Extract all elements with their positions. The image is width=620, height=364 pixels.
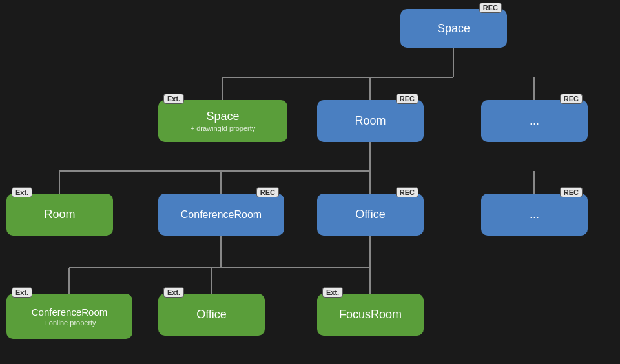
- label-confroom-bot: ConferenceRoom: [32, 307, 108, 318]
- badge-ext-confroom-bot: Ext.: [12, 287, 32, 298]
- label-office-bot: Office: [196, 308, 227, 321]
- label-room-mid: Room: [355, 114, 386, 128]
- badge-ext-room-left: Ext.: [12, 187, 32, 197]
- node-room-left: Ext. Room: [6, 194, 113, 236]
- node-space-mid: Ext. Space + drawingId property: [158, 100, 287, 142]
- label-dots-mid: ...: [530, 114, 539, 128]
- label-office-mid: Office: [355, 208, 386, 221]
- badge-ext-space-mid: Ext.: [163, 94, 184, 104]
- label-space-mid: Space: [206, 110, 239, 123]
- label-room-left: Room: [44, 208, 75, 221]
- node-dots-low: REC ...: [481, 194, 588, 236]
- badge-rec-dots-low: REC: [560, 187, 583, 197]
- label-focusroom-bot: FocusRoom: [339, 308, 402, 321]
- badge-rec-room-mid: REC: [396, 94, 418, 104]
- node-confroom-mid: REC ConferenceRoom: [158, 194, 284, 236]
- node-office-bot: Ext. Office: [158, 294, 265, 336]
- node-dots-mid: REC ...: [481, 100, 588, 142]
- label-space-top: Space: [437, 22, 470, 35]
- badge-rec-dots-mid: REC: [560, 94, 583, 104]
- node-focusroom-bot: Ext. FocusRoom: [317, 294, 424, 336]
- node-room-mid: REC Room: [317, 100, 424, 142]
- badge-ext-office-bot: Ext.: [163, 287, 184, 298]
- label-confroom-mid: ConferenceRoom: [181, 209, 262, 221]
- subtitle-space-mid: + drawingId property: [191, 125, 256, 132]
- node-space-top: REC Space: [400, 9, 507, 48]
- diagram: REC Space Ext. Space + drawingId propert…: [0, 0, 620, 364]
- node-confroom-bot: Ext. ConferenceRoom + online property: [6, 294, 132, 339]
- subtitle-confroom-bot: + online property: [43, 319, 96, 327]
- badge-rec-confroom-mid: REC: [256, 187, 279, 197]
- node-office-mid: REC Office: [317, 194, 424, 236]
- badge-rec-space-top: REC: [479, 3, 502, 13]
- label-dots-low: ...: [530, 208, 539, 221]
- badge-ext-focusroom-bot: Ext.: [322, 287, 343, 298]
- badge-rec-office-mid: REC: [396, 187, 418, 197]
